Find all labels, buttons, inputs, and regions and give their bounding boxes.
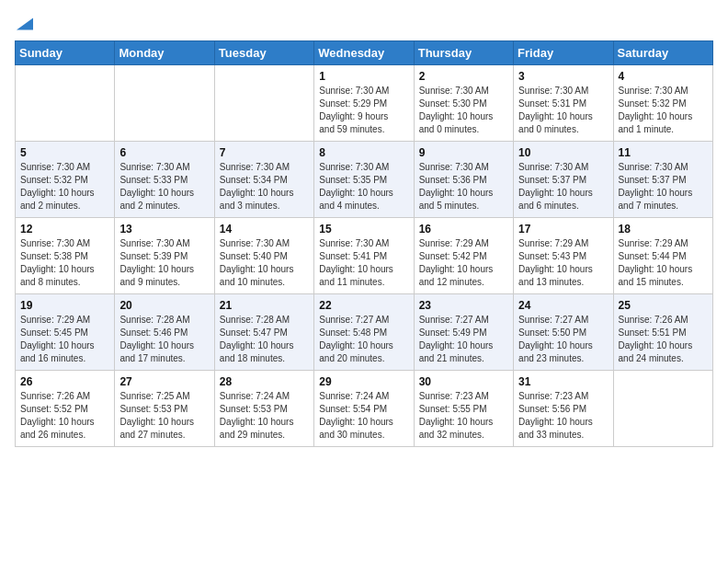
day-cell: 20Sunrise: 7:28 AM Sunset: 5:46 PM Dayli… (115, 293, 214, 370)
day-number: 8 (319, 146, 408, 159)
day-number: 17 (518, 223, 608, 236)
day-number: 24 (518, 299, 608, 312)
day-cell: 31Sunrise: 7:23 AM Sunset: 5:56 PM Dayli… (514, 370, 613, 446)
day-info: Sunrise: 7:27 AM Sunset: 5:50 PM Dayligh… (518, 314, 608, 365)
weekday-header-friday: Friday (514, 40, 613, 64)
day-info: Sunrise: 7:28 AM Sunset: 5:46 PM Dayligh… (119, 314, 209, 365)
day-number: 7 (220, 146, 309, 159)
day-number: 16 (419, 223, 508, 236)
day-info: Sunrise: 7:29 AM Sunset: 5:44 PM Dayligh… (619, 237, 708, 289)
day-cell: 7Sunrise: 7:30 AM Sunset: 5:34 PM Daylig… (214, 141, 313, 217)
day-cell: 8Sunrise: 7:30 AM Sunset: 5:35 PM Daylig… (314, 141, 414, 217)
day-info: Sunrise: 7:30 AM Sunset: 5:32 PM Dayligh… (20, 161, 109, 213)
day-number: 5 (20, 146, 109, 159)
day-info: Sunrise: 7:30 AM Sunset: 5:30 PM Dayligh… (419, 85, 508, 136)
day-info: Sunrise: 7:30 AM Sunset: 5:35 PM Dayligh… (319, 161, 408, 213)
day-info: Sunrise: 7:25 AM Sunset: 5:53 PM Dayligh… (119, 390, 209, 442)
day-cell: 30Sunrise: 7:23 AM Sunset: 5:55 PM Dayli… (414, 370, 513, 446)
day-info: Sunrise: 7:30 AM Sunset: 5:31 PM Dayligh… (518, 85, 608, 136)
day-info: Sunrise: 7:23 AM Sunset: 5:55 PM Dayligh… (419, 390, 508, 442)
day-number: 22 (319, 299, 408, 312)
weekday-header-sunday: Sunday (16, 40, 115, 64)
day-cell: 6Sunrise: 7:30 AM Sunset: 5:33 PM Daylig… (115, 141, 214, 217)
weekday-header-monday: Monday (115, 40, 214, 64)
svg-marker-0 (17, 18, 33, 30)
day-info: Sunrise: 7:30 AM Sunset: 5:37 PM Dayligh… (518, 161, 608, 213)
day-info: Sunrise: 7:30 AM Sunset: 5:33 PM Dayligh… (119, 161, 209, 213)
day-number: 28 (220, 375, 309, 388)
day-number: 3 (518, 70, 608, 83)
day-info: Sunrise: 7:29 AM Sunset: 5:45 PM Dayligh… (20, 314, 109, 365)
day-info: Sunrise: 7:30 AM Sunset: 5:34 PM Dayligh… (220, 161, 309, 213)
day-cell (214, 64, 313, 141)
day-info: Sunrise: 7:30 AM Sunset: 5:41 PM Dayligh… (319, 237, 408, 289)
day-info: Sunrise: 7:27 AM Sunset: 5:48 PM Dayligh… (319, 314, 408, 365)
day-number: 21 (220, 299, 309, 312)
week-row-2: 5Sunrise: 7:30 AM Sunset: 5:32 PM Daylig… (16, 141, 713, 217)
logo-text (15, 15, 33, 33)
day-cell: 13Sunrise: 7:30 AM Sunset: 5:39 PM Dayli… (115, 217, 214, 293)
day-cell: 12Sunrise: 7:30 AM Sunset: 5:38 PM Dayli… (16, 217, 115, 293)
day-cell: 2Sunrise: 7:30 AM Sunset: 5:30 PM Daylig… (414, 64, 513, 141)
day-cell: 25Sunrise: 7:26 AM Sunset: 5:51 PM Dayli… (613, 293, 712, 370)
day-info: Sunrise: 7:30 AM Sunset: 5:36 PM Dayligh… (419, 161, 508, 213)
day-number: 9 (419, 146, 508, 159)
day-cell: 17Sunrise: 7:29 AM Sunset: 5:43 PM Dayli… (514, 217, 613, 293)
day-number: 19 (20, 299, 109, 312)
day-number: 12 (20, 223, 109, 236)
day-cell: 21Sunrise: 7:28 AM Sunset: 5:47 PM Dayli… (214, 293, 313, 370)
week-row-1: 1Sunrise: 7:30 AM Sunset: 5:29 PM Daylig… (16, 64, 713, 141)
day-number: 11 (619, 146, 708, 159)
day-number: 31 (518, 375, 608, 388)
day-number: 18 (619, 223, 708, 236)
day-cell: 9Sunrise: 7:30 AM Sunset: 5:36 PM Daylig… (414, 141, 513, 217)
day-info: Sunrise: 7:27 AM Sunset: 5:49 PM Dayligh… (419, 314, 508, 365)
day-number: 23 (419, 299, 508, 312)
day-cell: 19Sunrise: 7:29 AM Sunset: 5:45 PM Dayli… (16, 293, 115, 370)
day-number: 25 (619, 299, 708, 312)
day-cell: 3Sunrise: 7:30 AM Sunset: 5:31 PM Daylig… (514, 64, 613, 141)
day-cell: 24Sunrise: 7:27 AM Sunset: 5:50 PM Dayli… (514, 293, 613, 370)
logo (15, 15, 33, 31)
day-number: 20 (119, 299, 209, 312)
day-cell: 27Sunrise: 7:25 AM Sunset: 5:53 PM Dayli… (115, 370, 214, 446)
day-cell: 5Sunrise: 7:30 AM Sunset: 5:32 PM Daylig… (16, 141, 115, 217)
day-info: Sunrise: 7:30 AM Sunset: 5:29 PM Dayligh… (319, 85, 408, 136)
day-cell (613, 370, 712, 446)
week-row-4: 19Sunrise: 7:29 AM Sunset: 5:45 PM Dayli… (16, 293, 713, 370)
day-info: Sunrise: 7:26 AM Sunset: 5:52 PM Dayligh… (20, 390, 109, 442)
day-info: Sunrise: 7:30 AM Sunset: 5:40 PM Dayligh… (220, 237, 309, 289)
day-number: 10 (518, 146, 608, 159)
page-header (15, 15, 713, 31)
weekday-header-row: SundayMondayTuesdayWednesdayThursdayFrid… (16, 40, 713, 64)
day-cell (16, 64, 115, 141)
weekday-header-tuesday: Tuesday (214, 40, 313, 64)
week-row-5: 26Sunrise: 7:26 AM Sunset: 5:52 PM Dayli… (16, 370, 713, 446)
day-info: Sunrise: 7:30 AM Sunset: 5:38 PM Dayligh… (20, 237, 109, 289)
day-cell: 26Sunrise: 7:26 AM Sunset: 5:52 PM Dayli… (16, 370, 115, 446)
day-number: 2 (419, 70, 508, 83)
day-cell: 29Sunrise: 7:24 AM Sunset: 5:54 PM Dayli… (314, 370, 414, 446)
week-row-3: 12Sunrise: 7:30 AM Sunset: 5:38 PM Dayli… (16, 217, 713, 293)
day-info: Sunrise: 7:24 AM Sunset: 5:53 PM Dayligh… (220, 390, 309, 442)
day-number: 15 (319, 223, 408, 236)
weekday-header-saturday: Saturday (613, 40, 712, 64)
day-cell: 23Sunrise: 7:27 AM Sunset: 5:49 PM Dayli… (414, 293, 513, 370)
day-cell: 28Sunrise: 7:24 AM Sunset: 5:53 PM Dayli… (214, 370, 313, 446)
day-number: 4 (619, 70, 708, 83)
day-number: 13 (119, 223, 209, 236)
day-cell: 4Sunrise: 7:30 AM Sunset: 5:32 PM Daylig… (613, 64, 712, 141)
calendar-table: SundayMondayTuesdayWednesdayThursdayFrid… (15, 40, 713, 447)
day-number: 1 (319, 70, 408, 83)
day-info: Sunrise: 7:30 AM Sunset: 5:32 PM Dayligh… (619, 85, 708, 136)
day-number: 30 (419, 375, 508, 388)
day-cell: 15Sunrise: 7:30 AM Sunset: 5:41 PM Dayli… (314, 217, 414, 293)
day-number: 29 (319, 375, 408, 388)
day-cell: 10Sunrise: 7:30 AM Sunset: 5:37 PM Dayli… (514, 141, 613, 217)
day-info: Sunrise: 7:28 AM Sunset: 5:47 PM Dayligh… (220, 314, 309, 365)
logo-icon (17, 17, 33, 30)
weekday-header-thursday: Thursday (414, 40, 513, 64)
day-cell: 22Sunrise: 7:27 AM Sunset: 5:48 PM Dayli… (314, 293, 414, 370)
day-cell (115, 64, 214, 141)
day-info: Sunrise: 7:23 AM Sunset: 5:56 PM Dayligh… (518, 390, 608, 442)
